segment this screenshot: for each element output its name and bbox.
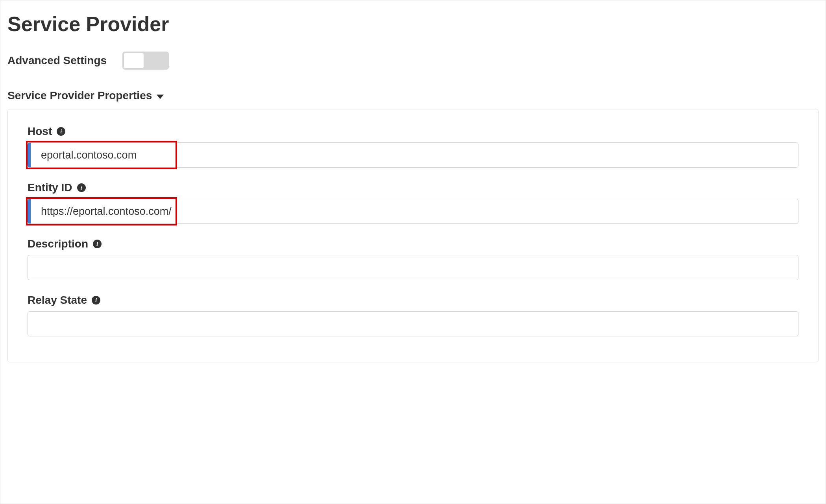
host-input[interactable]: [28, 142, 798, 168]
relay-state-field-group: Relay State i: [28, 294, 798, 336]
info-icon[interactable]: i: [57, 127, 65, 136]
svg-marker-0: [157, 95, 164, 99]
description-input[interactable]: [28, 255, 798, 280]
section-header[interactable]: Service Provider Properties: [7, 89, 819, 102]
info-icon[interactable]: i: [93, 240, 102, 248]
host-field-group: Host i: [28, 125, 798, 168]
section-title: Service Provider Properties: [7, 89, 152, 102]
entity-id-label: Entity ID: [28, 181, 72, 194]
description-label-row: Description i: [28, 238, 798, 250]
advanced-settings-toggle[interactable]: [122, 52, 169, 70]
properties-panel: Host i Entity ID i Description i: [7, 109, 819, 362]
advanced-settings-label: Advanced Settings: [7, 54, 107, 67]
toggle-knob: [124, 53, 144, 68]
entity-id-label-row: Entity ID i: [28, 181, 798, 194]
entity-id-input-wrapper: [28, 199, 798, 224]
advanced-settings-row: Advanced Settings: [7, 52, 819, 70]
page-title: Service Provider: [7, 12, 819, 36]
info-icon[interactable]: i: [92, 296, 100, 305]
host-label: Host: [28, 125, 52, 138]
relay-state-label-row: Relay State i: [28, 294, 798, 306]
relay-state-input[interactable]: [28, 311, 798, 336]
chevron-down-icon: [157, 89, 164, 102]
host-input-wrapper: [28, 142, 798, 168]
entity-id-field-group: Entity ID i: [28, 181, 798, 224]
entity-id-input[interactable]: [28, 199, 798, 224]
page-container: Service Provider Advanced Settings Servi…: [0, 0, 826, 504]
description-label: Description: [28, 238, 88, 250]
host-label-row: Host i: [28, 125, 798, 138]
relay-state-label: Relay State: [28, 294, 87, 306]
info-icon[interactable]: i: [77, 183, 86, 192]
description-field-group: Description i: [28, 238, 798, 280]
